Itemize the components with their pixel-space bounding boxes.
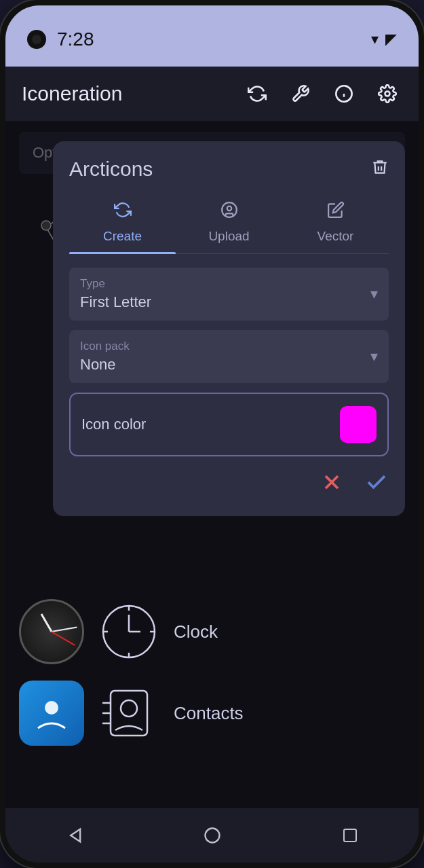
svg-point-24 [45,701,58,715]
nav-back-button[interactable] [54,815,95,856]
signal-icon: ◤ [385,31,397,48]
icon-color-swatch[interactable] [340,406,377,443]
nav-home-button[interactable] [192,815,233,856]
clock-outline-icon [95,598,163,666]
upload-tab-icon [220,201,238,223]
app-title: Iconeration [22,82,231,105]
svg-point-26 [121,700,137,717]
type-field-value: First Letter [80,293,378,311]
tab-upload[interactable]: Upload [176,194,282,253]
cancel-button[interactable] [320,470,344,500]
svg-point-31 [205,829,219,843]
wifi-icon: ▾ [371,31,379,48]
modal-delete-button[interactable] [371,158,389,181]
contacts-outline-icon [95,679,163,747]
icon-pack-label: Icon pack [80,340,378,353]
create-tab-icon [114,201,132,223]
wrench-button[interactable] [286,79,315,109]
list-item-clock[interactable]: Clock [5,591,419,672]
info-button[interactable] [329,79,359,109]
phone-frame: 7:28 ▾ ◤ Iconeration [0,0,424,868]
contacts-color-icon [19,681,84,746]
modal-actions [69,470,389,500]
refresh-button[interactable] [242,79,272,109]
bottom-list: Clock [5,591,419,754]
settings-button[interactable] [372,79,402,109]
type-field[interactable]: Type First Letter ▾ [69,268,389,321]
modal-tabs: Create Upload [69,194,389,254]
svg-point-14 [227,206,231,211]
app-bar: Iconeration [5,67,419,121]
camera-dot [27,30,46,49]
svg-point-3 [385,92,390,96]
icon-pack-dropdown-arrow: ▾ [370,348,378,365]
nav-bar [5,808,419,863]
modal-dialog: Arcticons Cre [53,141,405,516]
tab-upload-label: Upload [208,229,249,244]
type-dropdown-arrow: ▾ [370,285,378,303]
tab-vector[interactable]: Vector [282,194,389,253]
status-bar: 7:28 ▾ ◤ [5,5,419,67]
tab-create-label: Create [103,229,142,244]
icon-pack-value: None [80,356,378,374]
vector-tab-icon [327,201,345,223]
type-field-label: Type [80,277,378,291]
icon-pack-field[interactable]: Icon pack None ▾ [69,330,389,383]
icon-color-label: Icon color [81,416,146,433]
contacts-label: Contacts [174,703,244,724]
status-icons: ▾ ◤ [371,31,397,48]
phone-screen: 7:28 ▾ ◤ Iconeration [5,5,419,863]
tab-create[interactable]: Create [69,194,176,253]
modal-header: Arcticons [69,158,389,181]
clock-dark-icon [19,599,84,664]
status-time: 7:28 [57,29,94,50]
tab-vector-label: Vector [317,229,354,244]
list-item-contacts[interactable]: Contacts [5,672,419,754]
clock-label: Clock [174,621,218,643]
svg-marker-30 [71,829,80,842]
main-content: Options [5,121,419,808]
modal-title: Arcticons [69,158,153,181]
confirm-button[interactable] [364,470,389,500]
icon-color-field[interactable]: Icon color [69,393,389,456]
app-bar-icons [242,79,402,109]
nav-recent-button[interactable] [330,815,370,856]
svg-rect-32 [344,829,356,842]
